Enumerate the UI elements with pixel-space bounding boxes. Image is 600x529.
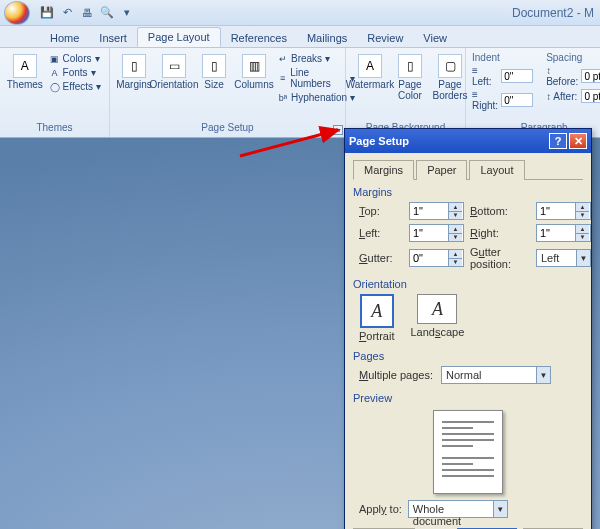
multiple-pages-combo[interactable]: Normal▼ xyxy=(441,366,551,384)
spacing-before-input[interactable] xyxy=(581,69,600,83)
left-label: Left: xyxy=(359,227,403,239)
hyphenation-button[interactable]: bªHyphenation▾ xyxy=(276,91,357,104)
chevron-down-icon[interactable]: ▼ xyxy=(576,250,590,266)
dialog-help-button[interactable]: ? xyxy=(549,133,567,149)
hyphenation-label: Hyphenation xyxy=(291,92,347,103)
apply-to-label: Apply to: xyxy=(359,503,402,515)
top-input[interactable] xyxy=(410,203,448,219)
page-borders-button[interactable]: ▢Page Borders xyxy=(432,52,468,103)
group-paragraph: Indent ≡ Left: ≡ Right: Spacing ↕ Before… xyxy=(466,48,600,137)
gutter-pos-value: Left xyxy=(537,250,576,266)
gutter-input[interactable] xyxy=(410,250,448,266)
print-icon[interactable]: 🖶 xyxy=(78,4,96,22)
bottom-input[interactable] xyxy=(537,203,575,219)
orientation-icon: ▭ xyxy=(162,54,186,78)
page-borders-icon: ▢ xyxy=(438,54,462,78)
gutter-down[interactable]: ▼ xyxy=(448,259,462,267)
dialog-tabs: Margins Paper Layout xyxy=(353,159,583,180)
office-button[interactable] xyxy=(4,1,30,25)
tab-review[interactable]: Review xyxy=(357,29,413,47)
spacing-after-input[interactable] xyxy=(581,89,600,103)
page-setup-launcher[interactable]: ↘ xyxy=(333,125,343,135)
orientation-label: Orientation xyxy=(150,79,199,90)
right-down[interactable]: ▼ xyxy=(575,234,589,242)
tab-mailings[interactable]: Mailings xyxy=(297,29,357,47)
apply-to-value: Whole document xyxy=(409,501,493,517)
qat-dropdown-icon[interactable]: ▾ xyxy=(118,4,136,22)
watermark-button[interactable]: AWatermark xyxy=(352,52,388,92)
left-input[interactable] xyxy=(410,225,448,241)
top-up[interactable]: ▲ xyxy=(448,203,462,212)
indent-left-input[interactable] xyxy=(501,69,533,83)
chevron-down-icon[interactable]: ▼ xyxy=(536,367,550,383)
right-up[interactable]: ▲ xyxy=(575,225,589,234)
left-down[interactable]: ▼ xyxy=(448,234,462,242)
page-color-icon: ▯ xyxy=(398,54,422,78)
dialog-tab-paper[interactable]: Paper xyxy=(416,160,467,180)
dialog-close-button[interactable]: ✕ xyxy=(569,133,587,149)
gutter-pos-label: Gutter position: xyxy=(470,246,530,270)
right-label: Right: xyxy=(470,227,530,239)
dialog-tab-margins[interactable]: Margins xyxy=(353,160,414,180)
spacing-before-label: Before: xyxy=(546,76,578,87)
themes-button[interactable]: A Themes xyxy=(6,52,44,92)
size-icon: ▯ xyxy=(202,54,226,78)
effects-label: Effects xyxy=(63,81,93,92)
orientation-button[interactable]: ▭Orientation xyxy=(156,52,192,92)
tab-view[interactable]: View xyxy=(413,29,457,47)
gutter-label: Gutter: xyxy=(359,252,403,264)
margins-icon: ▯ xyxy=(122,54,146,78)
section-orientation: Orientation xyxy=(353,278,583,290)
gutter-up[interactable]: ▲ xyxy=(448,250,462,259)
orientation-landscape[interactable]: A Landscape xyxy=(410,294,464,342)
tab-references[interactable]: References xyxy=(221,29,297,47)
indent-right-input[interactable] xyxy=(501,93,533,107)
tab-insert[interactable]: Insert xyxy=(89,29,137,47)
breaks-label: Breaks xyxy=(291,53,322,64)
size-button[interactable]: ▯Size xyxy=(196,52,232,92)
right-spinner[interactable]: ▲▼ xyxy=(536,224,591,242)
gutter-spinner[interactable]: ▲▼ xyxy=(409,249,464,267)
apply-to-combo[interactable]: Whole document▼ xyxy=(408,500,508,518)
gutter-pos-combo[interactable]: Left▼ xyxy=(536,249,591,267)
dialog-title-text: Page Setup xyxy=(349,135,409,147)
spacing-heading: Spacing xyxy=(546,52,600,63)
chevron-down-icon[interactable]: ▼ xyxy=(493,501,507,517)
fonts-button[interactable]: AFonts▾ xyxy=(48,66,103,79)
ribbon: A Themes ▣Colors▾ AFonts▾ ◯Effects▾ Them… xyxy=(0,48,600,138)
tab-page-layout[interactable]: Page Layout xyxy=(137,27,221,47)
columns-button[interactable]: ▥Columns xyxy=(236,52,272,92)
left-up[interactable]: ▲ xyxy=(448,225,462,234)
colors-label: Colors xyxy=(63,53,92,64)
top-down[interactable]: ▼ xyxy=(448,212,462,220)
page-color-label: Page Color xyxy=(398,79,422,101)
dialog-tab-layout[interactable]: Layout xyxy=(469,160,524,180)
themes-icon: A xyxy=(13,54,37,78)
themes-label: Themes xyxy=(7,79,43,90)
preview-icon[interactable]: 🔍 xyxy=(98,4,116,22)
right-input[interactable] xyxy=(537,225,575,241)
document-title: Document2 - M xyxy=(512,6,594,20)
margins-button[interactable]: ▯Margins xyxy=(116,52,152,92)
tab-home[interactable]: Home xyxy=(40,29,89,47)
portrait-label: Portrait xyxy=(359,330,394,342)
top-spinner[interactable]: ▲▼ xyxy=(409,202,464,220)
section-preview: Preview xyxy=(353,392,583,404)
bottom-down[interactable]: ▼ xyxy=(575,212,589,220)
dialog-titlebar[interactable]: Page Setup ? ✕ xyxy=(345,129,591,153)
indent-left-label: Left: xyxy=(472,76,491,87)
indent-heading: Indent xyxy=(472,52,536,63)
colors-button[interactable]: ▣Colors▾ xyxy=(48,52,103,65)
columns-icon: ▥ xyxy=(242,54,266,78)
orientation-portrait[interactable]: A Portrait xyxy=(359,294,394,342)
effects-button[interactable]: ◯Effects▾ xyxy=(48,80,103,93)
save-icon[interactable]: 💾 xyxy=(38,4,56,22)
columns-label: Columns xyxy=(234,79,273,90)
undo-icon[interactable]: ↶ xyxy=(58,4,76,22)
bottom-spinner[interactable]: ▲▼ xyxy=(536,202,591,220)
group-page-setup-label: Page Setup xyxy=(116,122,339,135)
breaks-button[interactable]: ↵Breaks▾ xyxy=(276,52,357,65)
left-spinner[interactable]: ▲▼ xyxy=(409,224,464,242)
bottom-up[interactable]: ▲ xyxy=(575,203,589,212)
page-color-button[interactable]: ▯Page Color xyxy=(392,52,428,103)
